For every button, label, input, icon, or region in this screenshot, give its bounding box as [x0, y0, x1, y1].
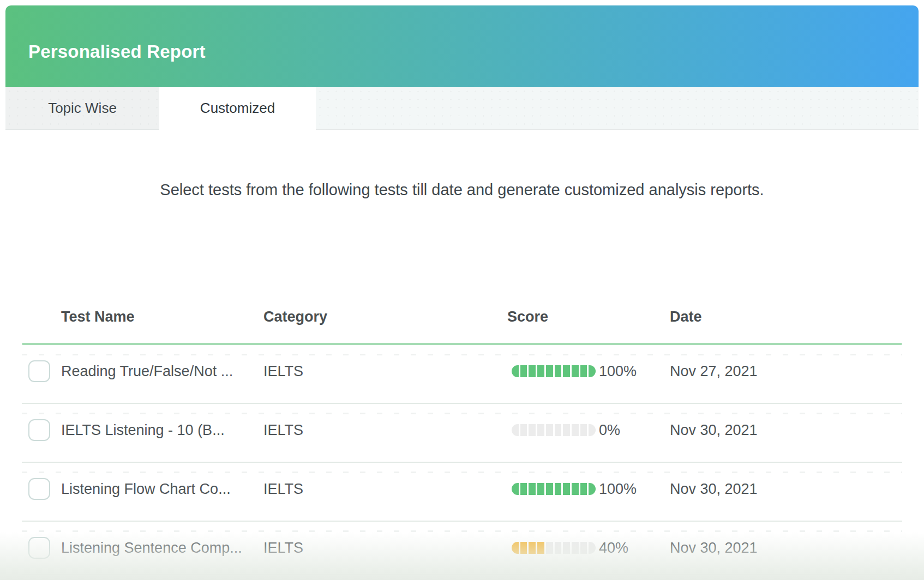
progress-segment — [537, 365, 544, 377]
progress-segment — [572, 424, 579, 436]
progress-segment — [563, 424, 570, 436]
date-cell: Nov 30, 2021 — [670, 422, 758, 439]
progress-segment — [572, 483, 579, 495]
tab-topic-wise[interactable]: Topic Wise — [5, 87, 159, 130]
progress-segment — [580, 365, 587, 377]
progress-segment — [529, 483, 536, 495]
progress-segment — [546, 365, 553, 377]
progress-segment — [537, 483, 544, 495]
progress-segment — [555, 483, 562, 495]
score-percent-label: 100% — [599, 481, 637, 498]
category-cell: IELTS — [263, 481, 303, 498]
progress-segment — [546, 542, 553, 554]
test-name-cell: Reading True/False/Not ... — [61, 363, 233, 380]
score-percent-label: 0% — [599, 422, 620, 439]
report-header: Personalised Report — [5, 5, 919, 87]
progress-segment — [512, 365, 519, 377]
progress-segment — [520, 542, 527, 554]
progress-segment — [572, 365, 579, 377]
progress-segment — [580, 483, 587, 495]
table-row: IELTS Listening - 10 (B... IELTS 0% Nov … — [22, 403, 902, 462]
progress-segment — [580, 424, 587, 436]
progress-segment — [546, 424, 553, 436]
score-progress-bar — [512, 424, 596, 436]
row-checkbox[interactable] — [28, 537, 50, 559]
progress-segment — [555, 424, 562, 436]
progress-segment — [520, 483, 527, 495]
table-row: Listening Flow Chart Co... IELTS 100% No… — [22, 462, 902, 521]
tab-customized[interactable]: Customized — [159, 87, 316, 130]
score-percent-label: 100% — [599, 363, 637, 380]
progress-segment — [546, 483, 553, 495]
category-cell: IELTS — [263, 422, 303, 439]
progress-segment — [529, 424, 536, 436]
column-header-category: Category — [263, 309, 327, 325]
column-header-score: Score — [507, 309, 548, 325]
date-cell: Nov 27, 2021 — [670, 363, 758, 380]
progress-segment — [512, 542, 519, 554]
table-row: Reading True/False/Not ... IELTS 100% No… — [22, 345, 902, 403]
progress-segment — [529, 365, 536, 377]
column-header-date: Date — [670, 309, 702, 325]
progress-segment — [520, 424, 527, 436]
progress-segment — [555, 365, 562, 377]
row-checkbox[interactable] — [28, 419, 50, 441]
category-cell: IELTS — [263, 540, 303, 557]
progress-segment — [572, 542, 579, 554]
progress-segment — [512, 424, 519, 436]
progress-segment — [589, 365, 596, 377]
progress-segment — [563, 542, 570, 554]
table-row: Listening Sentence Comp... IELTS 40% Nov… — [22, 521, 902, 579]
score-progress-bar — [512, 365, 596, 377]
progress-segment — [537, 542, 544, 554]
progress-segment — [589, 424, 596, 436]
tab-customized-label: Customized — [200, 100, 275, 117]
row-checkbox[interactable] — [28, 478, 50, 500]
test-name-cell: IELTS Listening - 10 (B... — [61, 422, 225, 439]
date-cell: Nov 30, 2021 — [670, 481, 758, 498]
test-name-cell: Listening Flow Chart Co... — [61, 481, 231, 498]
page-title: Personalised Report — [28, 41, 206, 62]
test-table-body: Reading True/False/Not ... IELTS 100% No… — [22, 345, 902, 579]
progress-segment — [589, 483, 596, 495]
score-percent-label: 40% — [599, 540, 628, 557]
progress-segment — [520, 365, 527, 377]
instruction-text: Select tests from the following tests ti… — [0, 181, 924, 199]
progress-segment — [529, 542, 536, 554]
category-cell: IELTS — [263, 363, 303, 380]
progress-segment — [589, 542, 596, 554]
progress-segment — [563, 483, 570, 495]
progress-segment — [555, 542, 562, 554]
bottom-separator — [22, 574, 902, 575]
progress-segment — [580, 542, 587, 554]
tab-bar: Topic Wise Customized — [5, 87, 919, 130]
test-name-cell: Listening Sentence Comp... — [61, 540, 242, 557]
column-header-test-name: Test Name — [61, 309, 135, 325]
row-checkbox[interactable] — [28, 360, 50, 382]
progress-segment — [537, 424, 544, 436]
progress-segment — [563, 365, 570, 377]
progress-segment — [512, 483, 519, 495]
score-progress-bar — [512, 542, 596, 554]
tab-topic-wise-label: Topic Wise — [48, 100, 117, 117]
tab-bar-filler — [316, 87, 919, 130]
score-progress-bar — [512, 483, 596, 495]
date-cell: Nov 30, 2021 — [670, 540, 758, 557]
